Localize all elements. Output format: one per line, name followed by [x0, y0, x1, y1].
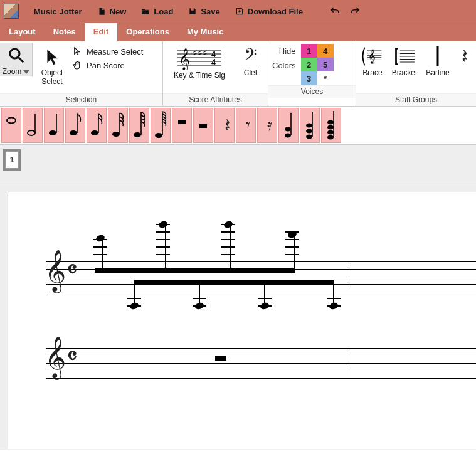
- zoom-label: Zoom: [3, 68, 22, 76]
- svg-point-48: [327, 125, 334, 130]
- barline-icon: [426, 45, 449, 68]
- new-button[interactable]: New: [97, 7, 127, 16]
- group-staff-groups-title: Staff Groups: [356, 93, 476, 106]
- group-voices: Hide Colors 1 4 2 5 3 * Voices: [268, 41, 356, 106]
- load-label: Load: [154, 7, 173, 16]
- more-staff-button[interactable]: 𝄽: [455, 44, 468, 68]
- bass-clef-icon: 𝄢: [239, 45, 262, 68]
- chevron-down-icon: [23, 70, 29, 74]
- voice-5[interactable]: 5: [317, 58, 334, 71]
- brace-button[interactable]: 𝄞 Brace: [359, 44, 386, 78]
- svg-point-25: [49, 130, 56, 135]
- download-icon: [235, 7, 244, 16]
- voice-2[interactable]: 2: [301, 58, 317, 71]
- quarter-note[interactable]: [44, 108, 64, 143]
- group-score-attrs-title: Score Attributes: [163, 93, 268, 106]
- clef-button[interactable]: 𝄢 Clef: [236, 44, 265, 78]
- barline-button[interactable]: Barline: [423, 44, 453, 78]
- file-icon: [97, 7, 106, 16]
- tab-notes[interactable]: Notes: [45, 23, 85, 41]
- svg-point-41: [285, 134, 291, 138]
- eighth-note[interactable]: [65, 108, 85, 143]
- svg-rect-38: [199, 124, 207, 128]
- folder-open-icon: [141, 7, 150, 16]
- whole-note[interactable]: [1, 108, 21, 143]
- page-thumb-1[interactable]: 1: [5, 151, 19, 169]
- sixtyfourth-note[interactable]: [129, 108, 149, 143]
- measure-select-label: Measure Select: [87, 47, 143, 56]
- download-button[interactable]: Download File: [235, 7, 303, 16]
- note-palette: 𝄽 𝄾 𝄿: [0, 107, 476, 144]
- measure-select-button[interactable]: Measure Select: [73, 46, 143, 56]
- time-signature: 𝄴: [67, 351, 77, 363]
- treble-clef-icon: 𝄞: [45, 339, 66, 376]
- object-select-label: Object Select: [35, 69, 69, 87]
- whole-rest-icon: [215, 356, 226, 361]
- svg-point-40: [285, 127, 291, 132]
- key-time-label: Key & Time Sig: [174, 71, 225, 80]
- svg-rect-37: [178, 120, 186, 124]
- svg-point-29: [91, 130, 98, 135]
- score-sheet[interactable]: 𝄞 𝄴: [8, 192, 476, 449]
- new-label: New: [110, 7, 127, 16]
- thirtysecond-note[interactable]: [108, 108, 128, 143]
- svg-point-50: [327, 135, 334, 140]
- cursor-icon: [41, 45, 63, 68]
- sixteenth-rest[interactable]: 𝄿: [257, 108, 277, 143]
- voices-hide-label: Hide: [279, 46, 296, 56]
- ribbon: Zoom Object Select Measure Select Pan Sc…: [0, 41, 476, 107]
- svg-point-23: [28, 130, 35, 135]
- tab-layout[interactable]: Layout: [0, 23, 45, 41]
- topbar: Music Jotter New Load Save Download File: [0, 0, 476, 23]
- treble-clef-icon: 𝄞: [45, 253, 66, 289]
- half-note[interactable]: [23, 108, 43, 143]
- voice-star[interactable]: *: [317, 71, 334, 85]
- voice-4[interactable]: 4: [317, 44, 334, 58]
- voices-colors-label: Colors: [272, 61, 296, 70]
- page-thumbbar: 1: [0, 144, 476, 184]
- pan-score-button[interactable]: Pan Score: [73, 60, 143, 70]
- bracket-button[interactable]: Bracket: [389, 44, 420, 78]
- tab-operations[interactable]: Operations: [117, 23, 178, 41]
- download-label: Download File: [248, 7, 303, 16]
- key-time-sig-button[interactable]: 𝄞 ♯♯♯ 4 4 Key & Time Sig: [166, 44, 233, 80]
- half-rest[interactable]: [193, 108, 213, 143]
- staff-1: 𝄞 𝄴: [46, 261, 476, 292]
- svg-text:𝄞: 𝄞: [179, 48, 190, 70]
- svg-text:𝄞: 𝄞: [368, 49, 376, 64]
- tab-my-music[interactable]: My Music: [178, 23, 233, 41]
- svg-point-44: [306, 129, 312, 134]
- tab-edit[interactable]: Edit: [85, 23, 118, 41]
- magnifier-icon: [5, 44, 28, 66]
- object-select-button[interactable]: Object Select: [35, 44, 69, 87]
- group-selection: Zoom Object Select Measure Select Pan Sc…: [0, 41, 163, 106]
- hundredtwentyeighth-note[interactable]: [151, 108, 171, 143]
- voice-3[interactable]: 3: [301, 71, 317, 85]
- redo-icon[interactable]: [349, 6, 361, 17]
- group-voices-title: Voices: [268, 85, 356, 98]
- bracket-label: Bracket: [392, 69, 418, 78]
- history-controls: [329, 6, 361, 17]
- rest-icon: 𝄽: [450, 45, 473, 68]
- svg-point-49: [327, 130, 334, 135]
- sixteenth-note[interactable]: [87, 108, 107, 143]
- zoom-button[interactable]: Zoom: [0, 43, 33, 76]
- brace-icon: 𝄞: [361, 45, 384, 68]
- undo-icon[interactable]: [329, 6, 341, 17]
- chord-4[interactable]: [321, 108, 341, 143]
- chord-2[interactable]: [278, 108, 299, 143]
- eighth-rest[interactable]: 𝄾: [236, 108, 256, 143]
- pointer-icon: [73, 46, 83, 56]
- hand-icon: [73, 60, 83, 70]
- whole-rest[interactable]: [172, 108, 192, 143]
- score-canvas[interactable]: 𝄞 𝄴: [0, 184, 476, 450]
- group-staff-groups: 𝄞 Brace Bracket Barline: [356, 41, 476, 106]
- voice-1[interactable]: 1: [301, 44, 317, 58]
- app-logo: [4, 4, 19, 19]
- load-button[interactable]: Load: [141, 7, 173, 16]
- chord-3[interactable]: [300, 108, 320, 143]
- svg-point-35: [155, 133, 162, 138]
- save-button[interactable]: Save: [188, 7, 219, 16]
- quarter-rest[interactable]: 𝄽: [214, 108, 235, 143]
- svg-point-43: [306, 124, 312, 128]
